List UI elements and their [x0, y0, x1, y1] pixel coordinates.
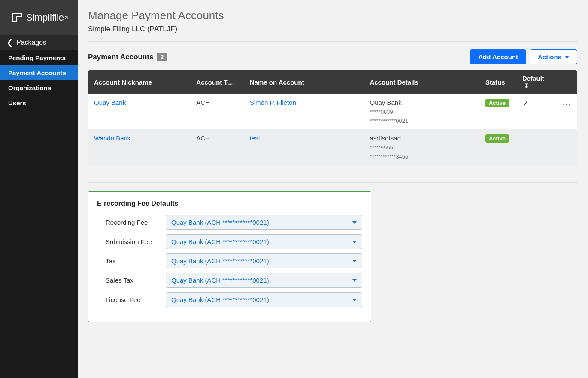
fee-label: Submission Fee: [106, 238, 166, 245]
more-icon[interactable]: ⋯: [562, 99, 570, 109]
caret-down-icon: [352, 241, 357, 243]
fee-row-submission: Submission Fee Quay Bank (ACH **********…: [97, 234, 362, 249]
accounts-count-badge: 2: [157, 53, 167, 61]
sort-desc-icon: ↧: [524, 82, 529, 89]
caret-down-icon: [352, 279, 357, 282]
col-header-nickname[interactable]: Account Nickname: [88, 70, 190, 94]
fee-row-license: License Fee Quay Bank (ACH ************0…: [97, 292, 362, 307]
fee-row-tax: Tax Quay Bank (ACH ************0021): [97, 253, 362, 268]
nav-back-label: Packages: [16, 39, 46, 46]
fee-label: License Fee: [106, 296, 166, 303]
caret-down-icon: [352, 260, 357, 262]
sidebar: Simplifile® ❮ Packages Pending Payments …: [0, 0, 78, 378]
fee-label: Sales Tax: [106, 277, 166, 284]
check-icon: ✓: [522, 99, 529, 108]
status-badge: Active: [485, 134, 509, 143]
caret-down-icon: [565, 56, 569, 58]
sidebar-item-organizations[interactable]: Organizations: [0, 80, 78, 95]
col-header-status[interactable]: Status: [479, 70, 516, 94]
tax-fee-select[interactable]: Quay Bank (ACH ************0021): [166, 253, 362, 268]
license-fee-select[interactable]: Quay Bank (ACH ************0021): [166, 292, 362, 307]
col-header-default[interactable]: Default ↧: [516, 70, 556, 94]
main-content: Manage Payment Accounts Simple Filing LL…: [78, 0, 588, 378]
table-row: Quay Bank ACH Simon P. Fileton Quay Bank…: [88, 94, 577, 129]
account-details: asdfsdfsad *****9555 ************3456: [364, 129, 479, 165]
brand-name: Simplifile: [26, 12, 64, 23]
account-nickname-link[interactable]: Quay Bank: [94, 99, 126, 106]
accounts-section-title: Payment Accounts: [88, 53, 153, 61]
caret-down-icon: [352, 221, 357, 224]
account-type: ACH: [190, 94, 243, 129]
caret-down-icon: [352, 299, 357, 301]
page-subtitle: Simple Filing LLC (PATLJF): [88, 25, 577, 42]
account-type: ACH: [190, 129, 243, 165]
col-header-type[interactable]: Account T…: [190, 70, 243, 94]
add-account-button[interactable]: Add Account: [470, 49, 526, 64]
col-header-actions: [556, 70, 577, 94]
sidebar-item-pending-payments[interactable]: Pending Payments: [0, 50, 78, 65]
fee-row-recording: Recording Fee Quay Bank (ACH ***********…: [97, 215, 362, 230]
account-name-link[interactable]: Simon P. Fileton: [250, 99, 296, 106]
logo-area: Simplifile®: [0, 0, 78, 35]
fee-defaults-panel: E-recording Fee Defaults ⋯ Recording Fee…: [88, 191, 371, 322]
accounts-table: Account Nickname Account T… Name on Acco…: [88, 70, 577, 165]
section-divider: [88, 182, 577, 183]
col-header-name[interactable]: Name on Account: [244, 70, 364, 94]
status-badge: Active: [485, 99, 509, 107]
account-details: Quay Bank *****0839 ************0021: [364, 94, 479, 129]
brand-icon: [12, 13, 22, 22]
account-name-link[interactable]: test: [250, 134, 260, 142]
brand-logo: Simplifile®: [12, 12, 68, 23]
page-title: Manage Payment Accounts: [88, 9, 577, 22]
chevron-left-icon: ❮: [6, 38, 13, 47]
submission-fee-select[interactable]: Quay Bank (ACH ************0021): [166, 234, 362, 249]
recording-fee-select[interactable]: Quay Bank (ACH ************0021): [166, 215, 362, 230]
fee-row-sales-tax: Sales Tax Quay Bank (ACH ************002…: [97, 273, 362, 288]
sidebar-item-payment-accounts[interactable]: Payment Accounts: [0, 65, 78, 80]
col-header-details[interactable]: Account Details: [364, 70, 479, 94]
fee-defaults-title: E-recording Fee Defaults: [97, 200, 178, 207]
accounts-section-header: Payment Accounts 2 Add Account Actions: [88, 49, 577, 64]
actions-dropdown-button[interactable]: Actions: [530, 49, 577, 64]
sales-tax-fee-select[interactable]: Quay Bank (ACH ************0021): [166, 273, 362, 288]
trademark-icon: ®: [65, 15, 68, 20]
more-icon[interactable]: ⋯: [354, 198, 362, 209]
fee-label: Tax: [106, 257, 166, 265]
nav-back-packages[interactable]: ❮ Packages: [0, 35, 78, 50]
more-icon[interactable]: ⋯: [562, 135, 570, 144]
fee-label: Recording Fee: [106, 219, 166, 226]
table-row: Wando Bank ACH test asdfsdfsad *****9555…: [88, 129, 577, 165]
sidebar-item-users[interactable]: Users: [0, 95, 78, 110]
account-nickname-link[interactable]: Wando Bank: [94, 134, 130, 142]
